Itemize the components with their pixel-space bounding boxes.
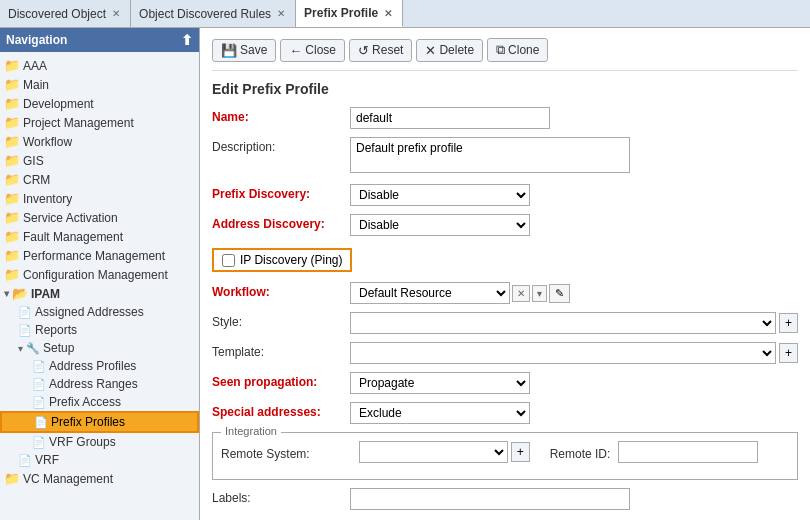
content-panel: 💾 Save ← Close ↺ Reset ✕ Delete ⧉ Clone … <box>200 28 810 520</box>
sidebar-item-main[interactable]: 📁 Main <box>0 75 199 94</box>
sidebar-item-aaa[interactable]: 📁 AAA <box>0 56 199 75</box>
file-icon: 📄 <box>34 416 48 429</box>
special-addresses-field-wrapper: Exclude Include <box>350 402 798 424</box>
sidebar-item-crm[interactable]: 📁 CRM <box>0 170 199 189</box>
sidebar-collapse-btn[interactable]: ⬆ <box>181 32 193 48</box>
sidebar-item-development-label: Development <box>23 97 94 111</box>
integration-box: Integration Remote System: + Remote ID: <box>212 432 798 480</box>
file-icon: 📄 <box>32 360 46 373</box>
special-addresses-row: Special addresses: Exclude Include <box>212 402 798 424</box>
nav-tree: 📁 AAA 📁 Main 📁 Development 📁 Project Man… <box>0 52 199 520</box>
sidebar-item-vc-management[interactable]: 📁 VC Management <box>0 469 199 488</box>
folder-icon: 📁 <box>4 77 20 92</box>
sidebar-item-vc-management-label: VC Management <box>23 472 113 486</box>
name-field[interactable] <box>350 107 550 129</box>
sidebar-item-service-activation-label: Service Activation <box>23 211 118 225</box>
template-select-group: + <box>350 342 798 364</box>
delete-label: Delete <box>439 43 474 57</box>
ip-discovery-checkbox[interactable] <box>222 254 235 267</box>
remote-system-field-wrapper: + <box>359 441 530 463</box>
sidebar-item-project-management[interactable]: 📁 Project Management <box>0 113 199 132</box>
sidebar-item-vrf-groups-label: VRF Groups <box>49 435 116 449</box>
sidebar-item-reports[interactable]: 📄 Reports <box>0 321 199 339</box>
template-add-btn[interactable]: + <box>779 343 798 363</box>
remote-system-select[interactable] <box>359 441 508 463</box>
sidebar-item-development[interactable]: 📁 Development <box>0 94 199 113</box>
sidebar-item-address-ranges[interactable]: 📄 Address Ranges <box>0 375 199 393</box>
workflow-label: Workflow: <box>212 282 342 299</box>
reset-icon: ↺ <box>358 43 369 58</box>
save-button[interactable]: 💾 Save <box>212 39 276 62</box>
seen-propagation-select[interactable]: Propagate No Propagate <box>350 372 530 394</box>
sidebar-item-assigned-addresses[interactable]: 📄 Assigned Addresses <box>0 303 199 321</box>
labels-field[interactable] <box>350 488 630 510</box>
remote-id-label: Remote ID: <box>550 444 611 461</box>
tab-prefix-profile-close[interactable]: ✕ <box>382 7 394 20</box>
prefix-discovery-select[interactable]: Disable Enable <box>350 184 530 206</box>
folder-icon: 📁 <box>4 267 20 282</box>
sidebar-item-performance-management-label: Performance Management <box>23 249 165 263</box>
sidebar-item-vrf-groups[interactable]: 📄 VRF Groups <box>0 433 199 451</box>
reset-button[interactable]: ↺ Reset <box>349 39 412 62</box>
sidebar-item-workflow[interactable]: 📁 Workflow <box>0 132 199 151</box>
style-select-group: + <box>350 312 798 334</box>
sidebar-item-fault-management[interactable]: 📁 Fault Management <box>0 227 199 246</box>
wrench-icon: 🔧 <box>26 342 40 355</box>
workflow-dropdown-btn[interactable]: ▾ <box>532 285 547 302</box>
sidebar-item-address-ranges-label: Address Ranges <box>49 377 138 391</box>
description-label: Description: <box>212 137 342 154</box>
sidebar-item-configuration-management[interactable]: 📁 Configuration Management <box>0 265 199 284</box>
sidebar-item-vrf[interactable]: 📄 VRF <box>0 451 199 469</box>
remote-system-add-btn[interactable]: + <box>511 442 530 462</box>
tab-object-discovered-rules[interactable]: Object Discovered Rules ✕ <box>131 0 296 27</box>
tab-prefix-profile-label: Prefix Profile <box>304 6 378 20</box>
tab-prefix-profile[interactable]: Prefix Profile ✕ <box>296 0 403 27</box>
description-field-wrapper: Default prefix profile <box>350 137 798 176</box>
workflow-edit-btn[interactable]: ✎ <box>549 284 570 303</box>
style-field-wrapper: + <box>350 312 798 334</box>
seen-propagation-field-wrapper: Propagate No Propagate <box>350 372 798 394</box>
clone-icon: ⧉ <box>496 42 505 58</box>
delete-icon: ✕ <box>425 43 436 58</box>
remote-system-label: Remote System: <box>221 444 351 461</box>
labels-row: Labels: <box>212 488 798 510</box>
sidebar-item-inventory[interactable]: 📁 Inventory <box>0 189 199 208</box>
sidebar-item-service-activation[interactable]: 📁 Service Activation <box>0 208 199 227</box>
sidebar-item-address-profiles[interactable]: 📄 Address Profiles <box>0 357 199 375</box>
tab-discovered-object[interactable]: Discovered Object ✕ <box>0 0 131 27</box>
sidebar-item-crm-label: CRM <box>23 173 50 187</box>
workflow-select[interactable]: Default Resource <box>350 282 510 304</box>
sidebar-item-main-label: Main <box>23 78 49 92</box>
clone-label: Clone <box>508 43 539 57</box>
sidebar-item-setup[interactable]: ▾ 🔧 Setup <box>0 339 199 357</box>
sidebar-item-ipam[interactable]: ▾ 📂 IPAM <box>0 284 199 303</box>
sidebar-item-prefix-access[interactable]: 📄 Prefix Access <box>0 393 199 411</box>
sidebar-item-gis-label: GIS <box>23 154 44 168</box>
file-icon: 📄 <box>18 454 32 467</box>
address-discovery-row: Address Discovery: Disable Enable <box>212 214 798 236</box>
sidebar-item-gis[interactable]: 📁 GIS <box>0 151 199 170</box>
style-add-btn[interactable]: + <box>779 313 798 333</box>
tab-object-discovered-rules-close[interactable]: ✕ <box>275 7 287 20</box>
tab-discovered-object-close[interactable]: ✕ <box>110 7 122 20</box>
clone-button[interactable]: ⧉ Clone <box>487 38 548 62</box>
labels-label: Labels: <box>212 488 342 505</box>
folder-icon: 📁 <box>4 134 20 149</box>
workflow-clear-btn[interactable]: ✕ <box>512 285 530 302</box>
template-select[interactable] <box>350 342 776 364</box>
save-icon: 💾 <box>221 43 237 58</box>
delete-button[interactable]: ✕ Delete <box>416 39 483 62</box>
special-addresses-select[interactable]: Exclude Include <box>350 402 530 424</box>
tab-discovered-object-label: Discovered Object <box>8 7 106 21</box>
sidebar-item-prefix-profiles[interactable]: 📄 Prefix Profiles <box>0 411 199 433</box>
sidebar-item-address-profiles-label: Address Profiles <box>49 359 136 373</box>
description-field[interactable]: Default prefix profile <box>350 137 630 173</box>
style-select[interactable] <box>350 312 776 334</box>
seen-propagation-label: Seen propagation: <box>212 372 342 389</box>
remote-id-field[interactable] <box>618 441 758 463</box>
address-discovery-select[interactable]: Disable Enable <box>350 214 530 236</box>
address-discovery-field-wrapper: Disable Enable <box>350 214 798 236</box>
toolbar: 💾 Save ← Close ↺ Reset ✕ Delete ⧉ Clone <box>212 34 798 71</box>
close-button[interactable]: ← Close <box>280 39 345 62</box>
sidebar-item-performance-management[interactable]: 📁 Performance Management <box>0 246 199 265</box>
